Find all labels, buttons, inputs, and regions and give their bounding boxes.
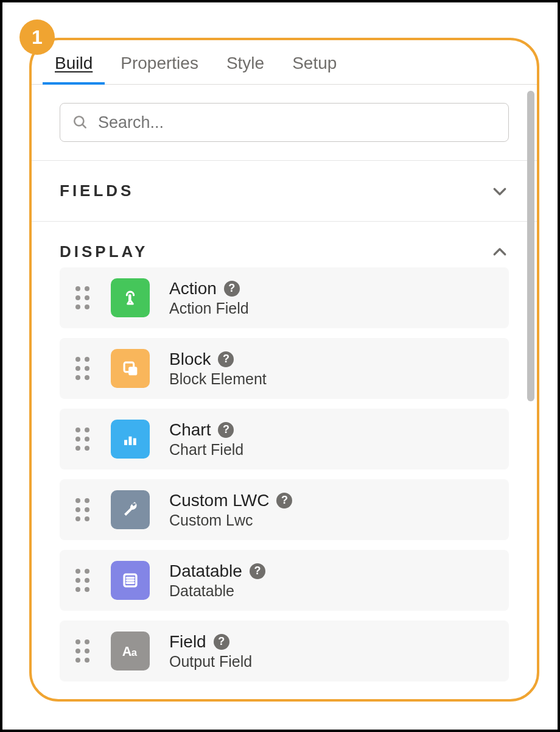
display-item-list: Action ? Action Field Block ? Block Elem (32, 267, 537, 681)
svg-rect-4 (124, 440, 127, 445)
svg-rect-3 (128, 367, 137, 375)
item-title: Chart (169, 420, 211, 440)
display-item-datatable[interactable]: Datatable ? Datatable (60, 550, 509, 611)
tab-build[interactable]: Build (55, 54, 93, 84)
list-icon (111, 561, 150, 600)
item-subtitle: Datatable (169, 582, 265, 600)
search-row (32, 85, 537, 161)
item-text: Custom LWC ? Custom Lwc (169, 491, 292, 529)
svg-text:a: a (131, 647, 138, 658)
drag-handle-icon[interactable] (75, 286, 91, 309)
help-icon[interactable]: ? (224, 281, 240, 297)
scrollbar-thumb[interactable] (527, 91, 534, 401)
item-text: Field ? Output Field (169, 632, 252, 670)
item-title: Custom LWC (169, 491, 269, 510)
drag-handle-icon[interactable] (75, 428, 91, 451)
scroll-area: FIELDS DISPLAY Action ? Action Field (32, 85, 537, 695)
drag-handle-icon[interactable] (75, 639, 91, 663)
svg-text:A: A (122, 644, 132, 659)
item-title: Block (169, 350, 211, 369)
section-header-display[interactable]: DISPLAY (32, 222, 537, 267)
item-text: Chart ? Chart Field (169, 420, 243, 459)
help-icon[interactable]: ? (218, 351, 234, 367)
drag-handle-icon[interactable] (75, 357, 91, 380)
tab-style[interactable]: Style (226, 54, 264, 84)
item-subtitle: Block Element (169, 370, 267, 388)
svg-rect-6 (133, 438, 136, 445)
search-icon (72, 114, 88, 130)
build-panel: Build Properties Style Setup FIELDS DISP… (29, 38, 539, 702)
chevron-up-icon (491, 243, 509, 261)
help-icon[interactable]: ? (250, 563, 265, 579)
tab-bar: Build Properties Style Setup (32, 40, 537, 85)
display-item-block[interactable]: Block ? Block Element (60, 338, 509, 399)
chart-icon (111, 420, 150, 459)
text-aa-icon: Aa (111, 632, 150, 670)
chevron-down-icon (491, 182, 509, 200)
item-title: Field (169, 632, 206, 652)
display-item-custom-lwc[interactable]: Custom LWC ? Custom Lwc (60, 479, 509, 540)
search-input[interactable] (98, 113, 496, 132)
section-title-display: DISPLAY (60, 242, 148, 261)
callout-badge: 1 (19, 19, 55, 55)
display-item-action[interactable]: Action ? Action Field (60, 267, 509, 328)
tab-setup[interactable]: Setup (292, 54, 337, 84)
item-subtitle: Output Field (169, 653, 252, 670)
item-text: Block ? Block Element (169, 350, 267, 388)
search-box[interactable] (60, 103, 509, 142)
touch-icon (111, 278, 150, 317)
drag-handle-icon[interactable] (75, 569, 91, 592)
section-header-fields[interactable]: FIELDS (32, 161, 537, 222)
item-subtitle: Action Field (169, 300, 249, 317)
item-title: Datatable (169, 561, 242, 581)
display-item-field[interactable]: Aa Field ? Output Field (60, 621, 509, 681)
item-subtitle: Chart Field (169, 441, 243, 459)
item-text: Action ? Action Field (169, 279, 249, 317)
item-text: Datatable ? Datatable (169, 561, 265, 600)
callout-number: 1 (32, 26, 43, 49)
help-icon[interactable]: ? (214, 634, 229, 650)
wrench-icon (111, 490, 150, 529)
tab-properties[interactable]: Properties (121, 54, 198, 84)
svg-rect-5 (128, 437, 131, 445)
display-item-chart[interactable]: Chart ? Chart Field (60, 409, 509, 470)
item-subtitle: Custom Lwc (169, 512, 292, 529)
svg-line-1 (82, 124, 85, 127)
help-icon[interactable]: ? (218, 422, 234, 438)
help-icon[interactable]: ? (276, 493, 292, 509)
section-title-fields: FIELDS (60, 181, 134, 200)
scrollbar-track (527, 91, 534, 689)
item-title: Action (169, 279, 217, 298)
drag-handle-icon[interactable] (75, 498, 91, 521)
copy-icon (111, 349, 150, 388)
